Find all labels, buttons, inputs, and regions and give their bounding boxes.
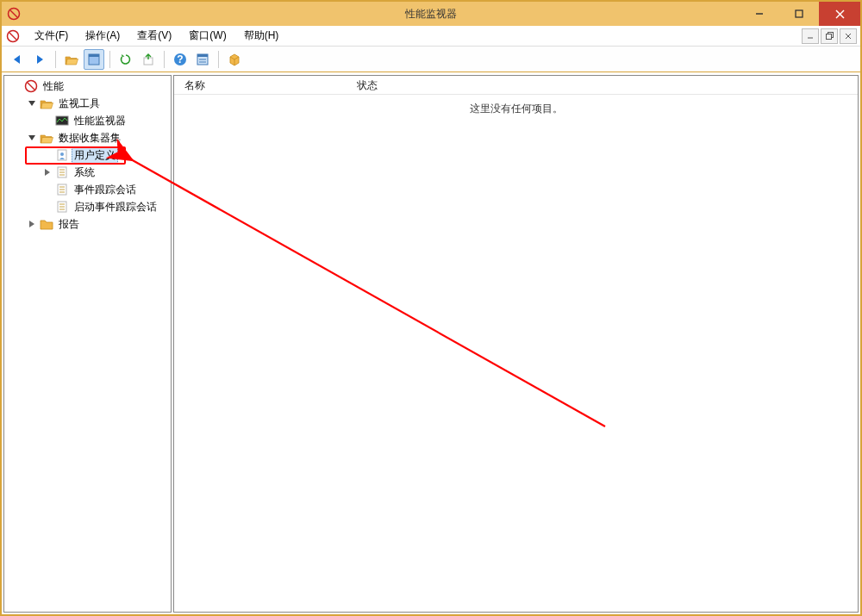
minimize-button[interactable] — [740, 2, 779, 26]
tree-root-performance[interactable]: 性能 — [4, 78, 171, 95]
expander-spacer — [42, 150, 53, 160]
mdi-restore-button[interactable] — [821, 28, 838, 44]
back-button[interactable] — [7, 49, 28, 70]
expander-spacer — [42, 202, 53, 212]
app-icon — [7, 7, 21, 21]
menubar: 文件(F) 操作(A) 查看(V) 窗口(W) 帮助(H) — [2, 26, 860, 47]
toolbar — [2, 47, 860, 72]
tree: 性能 监视工具 性能监视器 数据收集器集 — [4, 78, 171, 233]
expand-icon[interactable] — [42, 167, 53, 177]
svg-rect-19 — [796, 10, 803, 17]
tree-system[interactable]: 系统 — [4, 164, 171, 181]
tree-label: 报告 — [56, 216, 82, 233]
doc-icon — [55, 165, 69, 179]
tree-label: 启动事件跟踪会话 — [72, 199, 159, 215]
mdi-app-icon[interactable] — [5, 28, 21, 44]
menu-view[interactable]: 查看(V) — [128, 26, 180, 46]
forward-button[interactable] — [29, 49, 50, 70]
menu-help[interactable]: 帮助(H) — [235, 26, 288, 46]
maximize-button[interactable] — [779, 2, 819, 26]
help-button[interactable] — [170, 49, 191, 70]
toolbar-separator — [218, 51, 219, 68]
menu-window[interactable]: 窗口(W) — [180, 26, 234, 46]
mdi-controls — [800, 28, 857, 44]
list-pane[interactable]: 名称 状态 这里没有任何项目。 — [173, 75, 859, 613]
folder-icon — [40, 131, 53, 145]
empty-message: 这里没有任何项目。 — [174, 102, 858, 116]
doc-icon — [55, 200, 69, 214]
mdi-close-button[interactable] — [840, 28, 857, 44]
tree-label: 监视工具 — [56, 96, 103, 112]
tree-user-defined[interactable]: 用户定义 — [4, 146, 171, 164]
refresh-button[interactable] — [116, 49, 136, 70]
column-name[interactable]: 名称 — [174, 76, 347, 94]
tree-reports[interactable]: 报告 — [4, 215, 171, 233]
expander-spacer — [42, 184, 53, 195]
tree-label: 系统 — [72, 165, 97, 181]
perfmon-icon — [55, 114, 69, 128]
collapse-icon[interactable] — [27, 133, 37, 143]
expander-spacer — [42, 115, 53, 126]
collapse-icon[interactable] — [27, 98, 37, 109]
tree-label: 用户定义 — [72, 147, 118, 164]
tree-startup-event-trace[interactable]: 启动事件跟踪会话 — [4, 198, 171, 215]
expand-icon[interactable] — [27, 219, 37, 229]
window-title: 性能监视器 — [2, 7, 860, 22]
properties-button[interactable] — [192, 49, 213, 70]
toolbar-separator — [109, 51, 110, 68]
svg-rect-24 — [826, 34, 831, 40]
user-icon — [55, 148, 69, 162]
tree-label: 数据收集器集 — [56, 130, 123, 146]
tree-label: 性能 — [41, 78, 66, 95]
toolbar-separator — [164, 51, 165, 68]
app-window: 性能监视器 文件(F) 操作(A) 查看(V) 窗口(W) 帮助(H) — [0, 0, 862, 616]
folder-icon — [40, 96, 53, 110]
tree-pane[interactable]: 性能 监视工具 性能监视器 数据收集器集 — [3, 75, 172, 613]
toolbar-separator — [55, 51, 56, 68]
menu-action[interactable]: 操作(A) — [77, 26, 128, 46]
tree-data-collectors[interactable]: 数据收集器集 — [4, 129, 171, 146]
tree-event-trace[interactable]: 事件跟踪会话 — [4, 181, 171, 198]
close-button[interactable] — [819, 2, 860, 26]
tree-monitor-tools[interactable]: 监视工具 — [4, 95, 171, 112]
tree-label: 事件跟踪会话 — [72, 182, 139, 198]
tree-label: 性能监视器 — [72, 113, 128, 129]
export-button[interactable] — [138, 49, 159, 70]
expander-icon[interactable] — [11, 81, 22, 91]
new-collector-button[interactable] — [224, 49, 245, 70]
doc-icon — [55, 183, 69, 196]
window-controls — [740, 2, 860, 26]
titlebar[interactable]: 性能监视器 — [2, 2, 860, 26]
menu-file[interactable]: 文件(F) — [26, 26, 77, 46]
tree-performance-monitor[interactable]: 性能监视器 — [4, 112, 171, 129]
mdi-minimize-button[interactable] — [802, 28, 819, 44]
list-header: 名称 状态 — [174, 76, 858, 95]
app-icon — [24, 79, 38, 93]
up-button[interactable] — [61, 49, 82, 70]
content-area: 性能 监视工具 性能监视器 数据收集器集 — [2, 72, 860, 614]
folder-icon — [40, 217, 53, 231]
show-tree-button[interactable] — [84, 49, 104, 70]
column-status[interactable]: 状态 — [347, 76, 476, 94]
